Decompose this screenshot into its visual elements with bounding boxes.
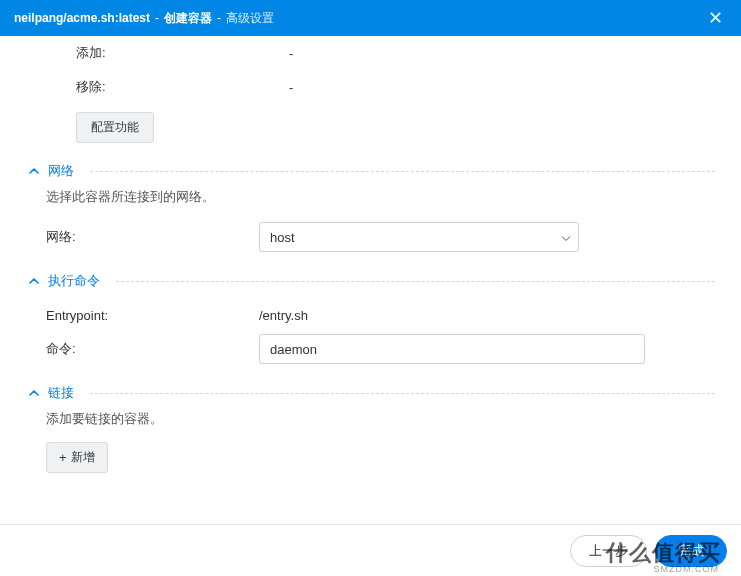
command-label: 命令: [46,340,259,358]
section-exec-title: 执行命令 [48,272,100,290]
link-desc: 添加要链接的容器。 [46,410,715,428]
add-link-label: 新增 [71,449,95,466]
done-button[interactable]: 完成 [655,535,727,567]
section-exec-header[interactable]: 执行命令 [28,272,715,290]
chevron-up-icon [28,165,40,177]
dialog-content: 添加: - 移除: - 配置功能 网络 选择此容器所连接到的网络。 网络: ho… [0,36,741,524]
network-select-value: host [259,222,579,252]
section-network-title: 网络 [48,162,74,180]
header-step: 创建容器 [164,10,212,27]
network-select[interactable]: host [259,222,579,252]
add-label: 添加: [76,44,289,62]
add-link-button[interactable]: + 新增 [46,442,108,473]
add-value: - [289,46,293,61]
entrypoint-value: /entry.sh [259,308,308,323]
entrypoint-label: Entrypoint: [46,308,259,323]
dialog-header: neilpang/acme.sh:latest - 创建容器 - 高级设置 ✕ [0,0,741,36]
chevron-up-icon [28,275,40,287]
dialog-footer: 上一步 完成 [0,524,741,576]
config-capabilities-button[interactable]: 配置功能 [76,112,154,143]
close-icon[interactable]: ✕ [704,7,727,29]
divider [116,281,715,282]
header-image-name: neilpang/acme.sh:latest [14,11,150,25]
section-network-header[interactable]: 网络 [28,162,715,180]
command-input[interactable] [259,334,645,364]
remove-label: 移除: [76,78,289,96]
header-substep: 高级设置 [226,10,274,27]
remove-value: - [289,80,293,95]
chevron-up-icon [28,387,40,399]
section-link-header[interactable]: 链接 [28,384,715,402]
back-button[interactable]: 上一步 [570,535,647,567]
network-desc: 选择此容器所连接到的网络。 [46,188,715,206]
divider [90,393,715,394]
network-label: 网络: [46,228,259,246]
section-link-title: 链接 [48,384,74,402]
divider [90,171,715,172]
plus-icon: + [59,450,67,465]
